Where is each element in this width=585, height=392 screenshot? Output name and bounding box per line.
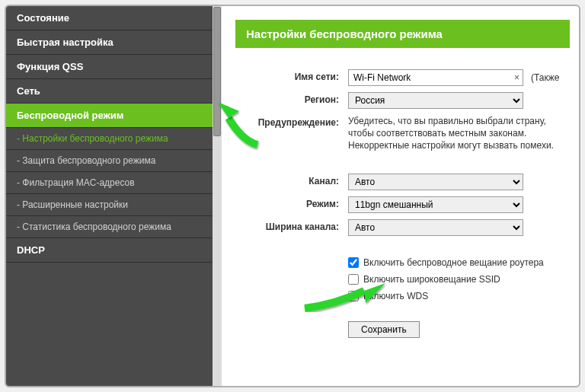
region-label: Регион:: [235, 92, 348, 105]
sidebar-subitem-wireless-settings[interactable]: - Настройки беспроводного режима: [6, 128, 213, 150]
also-label: (Также: [531, 72, 559, 83]
warning-label: Предупреждение:: [235, 115, 348, 128]
sidebar-item-qss[interactable]: Функция QSS: [6, 55, 213, 79]
channel-width-label: Ширина канала:: [235, 219, 348, 232]
sidebar-item-network[interactable]: Сеть: [6, 79, 213, 104]
broadcast-ssid-label: Включить широковещание SSID: [363, 274, 500, 285]
mode-label: Режим:: [235, 196, 348, 209]
broadcast-ssid-checkbox[interactable]: [348, 274, 359, 285]
warning-text: Убедитесь, что вы правильно выбрали стра…: [348, 115, 569, 152]
broadcast-router-label: Включить беспроводное вещание роутера: [363, 257, 544, 268]
sidebar-item-status[interactable]: Состояние: [6, 6, 213, 30]
sidebar-subitem-mac-filter[interactable]: - Фильтрация MAC-адресов: [6, 172, 213, 194]
mode-select[interactable]: 11bgn смешанный: [348, 196, 523, 213]
router-admin-window: Состояние Быстрая настройка Функция QSS …: [5, 5, 580, 387]
wds-label: Включить WDS: [363, 291, 428, 301]
panel-title: Настройки беспроводного режима: [235, 20, 570, 48]
ssid-input[interactable]: [348, 69, 523, 86]
channel-width-select[interactable]: Авто: [348, 219, 523, 236]
region-select[interactable]: Россия: [348, 92, 523, 109]
sidebar-scrollbar-thumb[interactable]: [213, 7, 221, 136]
wds-checkbox[interactable]: [348, 291, 359, 301]
channel-select[interactable]: Авто: [348, 174, 523, 190]
sidebar-subitem-advanced[interactable]: - Расширенные настройки: [6, 194, 213, 216]
sidebar-item-quick-setup[interactable]: Быстрая настройка: [6, 30, 213, 55]
clear-input-icon[interactable]: ×: [514, 72, 519, 83]
content-panel: Настройки беспроводного режима Имя сети:…: [222, 6, 579, 386]
sidebar-subitem-wireless-security[interactable]: - Защита беспроводного режима: [6, 150, 213, 172]
broadcast-router-checkbox[interactable]: [348, 257, 359, 268]
ssid-label: Имя сети:: [235, 69, 348, 82]
sidebar-scrollbar[interactable]: [213, 6, 222, 386]
sidebar-item-wireless[interactable]: Беспроводной режим: [6, 104, 213, 128]
save-button[interactable]: Сохранить: [348, 321, 420, 338]
channel-label: Канал:: [235, 174, 348, 186]
sidebar: Состояние Быстрая настройка Функция QSS …: [6, 6, 222, 386]
sidebar-subitem-statistics[interactable]: - Статистика беспроводного режима: [6, 216, 213, 238]
sidebar-item-dhcp[interactable]: DHCP: [6, 238, 213, 263]
